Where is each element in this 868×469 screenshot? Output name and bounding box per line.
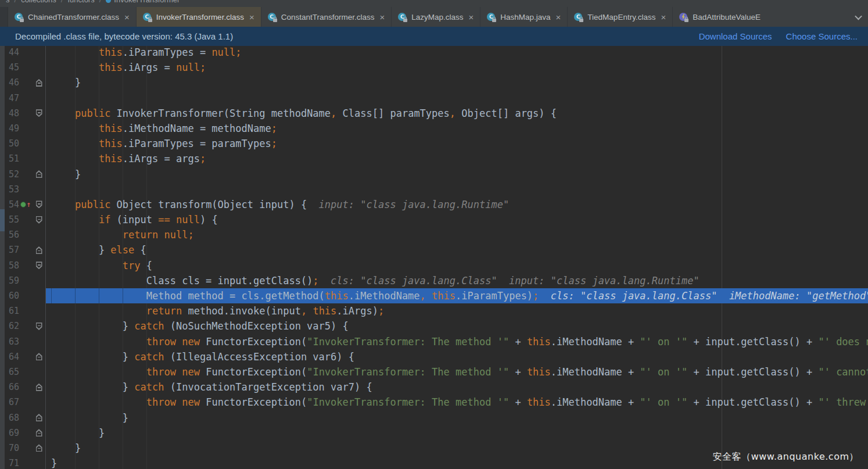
code-text[interactable]: if (input == null) { xyxy=(46,212,868,227)
fold-end-icon[interactable] xyxy=(36,246,42,254)
code-text[interactable]: this.iParamTypes = null; xyxy=(46,46,868,60)
code-line-50[interactable]: 50 this.iParamTypes = paramTypes; xyxy=(0,136,868,151)
tab-HashMap.java[interactable]: CHashMap.java× xyxy=(480,7,568,27)
token-txt: ) { xyxy=(200,214,218,225)
code-editor[interactable]: 44 this.iParamTypes = null;45 this.iArgs… xyxy=(0,46,868,469)
tab-ChainedTransformer.class[interactable]: CChainedTransformer.class× xyxy=(8,7,137,27)
code-text[interactable]: Class cls = input.getClass(); cls: "clas… xyxy=(46,273,868,288)
code-line-48[interactable]: 48 public InvokerTransformer(String meth… xyxy=(0,106,868,121)
code-line-64[interactable]: 64 } catch (IllegalAccessException var6)… xyxy=(0,349,868,364)
code-text[interactable]: } catch (IllegalAccessException var6) { xyxy=(46,349,868,364)
code-text[interactable]: this.iMethodName = methodName; xyxy=(46,121,868,136)
code-line-60[interactable]: 60 Method method = cls.getMethod(this.iM… xyxy=(0,288,868,303)
token-str: "' on '" xyxy=(640,396,687,408)
class-icon: C xyxy=(398,12,407,22)
code-line-65[interactable]: 65 throw new FunctorException("InvokerTr… xyxy=(0,364,868,380)
code-line-67[interactable]: 67 throw new FunctorException("InvokerTr… xyxy=(0,395,868,410)
code-text[interactable]: public InvokerTransformer(String methodN… xyxy=(46,106,868,121)
code-line-56[interactable]: 56 return null; xyxy=(0,227,868,242)
tab-close-icon[interactable]: × xyxy=(661,13,666,22)
breadcrumb-item[interactable]: s xyxy=(6,0,10,6)
code-line-47[interactable]: 47 xyxy=(0,91,868,106)
fold-dash xyxy=(38,387,41,388)
fold-start-icon[interactable] xyxy=(36,323,42,330)
code-line-46[interactable]: 46 } xyxy=(0,75,868,90)
fold-end-icon[interactable] xyxy=(36,384,42,391)
tab-LazyMap.class[interactable]: CLazyMap.class× xyxy=(392,7,480,27)
code-text[interactable]: } catch (InvocationTargetException var7)… xyxy=(46,380,868,395)
fold-end-icon[interactable] xyxy=(36,444,42,452)
code-text[interactable]: } catch (NoSuchMethodException var5) { xyxy=(46,318,868,334)
class-icon: C xyxy=(15,12,24,22)
code-text[interactable]: throw new FunctorException("InvokerTrans… xyxy=(46,334,868,349)
code-text[interactable]: throw new FunctorException("InvokerTrans… xyxy=(46,395,868,410)
breadcrumb-item[interactable]: collections xyxy=(21,0,56,6)
tab-close-icon[interactable]: × xyxy=(556,13,561,22)
tab-TiedMapEntry.class[interactable]: CTiedMapEntry.class× xyxy=(568,7,673,27)
code-text[interactable]: Method method = cls.getMethod(this.iMeth… xyxy=(46,288,868,303)
banner-link-choose-sources-[interactable]: Choose Sources... xyxy=(786,31,858,41)
fold-dash xyxy=(38,433,41,434)
code-text[interactable]: } else { xyxy=(46,242,868,257)
token-txt xyxy=(51,336,146,348)
fold-end-icon[interactable] xyxy=(36,170,42,178)
code-line-51[interactable]: 51 this.iArgs = args; xyxy=(0,151,868,166)
code-line-59[interactable]: 59 Class cls = input.getClass(); cls: "c… xyxy=(0,273,868,288)
override-arrow-icon[interactable]: ↑ xyxy=(27,200,31,209)
code-line-62[interactable]: 62 } catch (NoSuchMethodException var5) … xyxy=(0,318,868,334)
fold-start-icon[interactable] xyxy=(36,201,42,208)
token-txt: Object transform(Object input) { xyxy=(110,199,307,210)
code-line-45[interactable]: 45 this.iArgs = null; xyxy=(0,60,868,75)
code-text[interactable]: } xyxy=(46,410,868,425)
code-text[interactable]: this.iArgs = args; xyxy=(46,151,868,166)
left-scrollbar-thumb[interactable] xyxy=(0,209,5,231)
tab-close-icon[interactable]: × xyxy=(249,13,254,22)
fold-end-icon[interactable] xyxy=(36,353,42,360)
code-line-69[interactable]: 69 } xyxy=(0,425,868,441)
partial-tab[interactable] xyxy=(0,7,8,27)
fold-slot xyxy=(32,353,46,360)
code-line-61[interactable]: 61 return method.invoke(input, this.iArg… xyxy=(0,303,868,318)
code-line-58[interactable]: 58 try { xyxy=(0,258,868,273)
tab-BadAttributeValueE[interactable]: BadAttributeValueE xyxy=(673,7,767,27)
code-text[interactable]: throw new FunctorException("InvokerTrans… xyxy=(46,364,868,380)
tab-ConstantTransformer.class[interactable]: CConstantTransformer.class× xyxy=(261,7,392,27)
code-text[interactable]: try { xyxy=(46,258,868,273)
fold-start-icon[interactable] xyxy=(36,109,42,117)
code-line-55[interactable]: 55 if (input == null) { xyxy=(0,212,868,227)
fold-start-icon[interactable] xyxy=(36,216,42,224)
code-text[interactable]: return method.invoke(input, this.iArgs); xyxy=(46,303,868,318)
tab-overflow-button[interactable] xyxy=(848,7,868,27)
code-line-53[interactable]: 53 xyxy=(0,182,868,197)
breadcrumb-item[interactable]: functors xyxy=(67,0,94,6)
code-line-66[interactable]: 66 } catch (InvocationTargetException va… xyxy=(0,380,868,395)
tab-InvokerTransformer.class[interactable]: CInvokerTransformer.class× xyxy=(137,7,261,27)
token-kw: catch xyxy=(134,320,164,332)
code-text[interactable]: public Object transform(Object input) { … xyxy=(46,197,868,212)
code-line-52[interactable]: 52 } xyxy=(0,167,868,182)
code-text[interactable]: } xyxy=(46,167,868,182)
breadcrumb-item[interactable]: InvokerTransformer xyxy=(106,0,180,6)
code-line-68[interactable]: 68 } xyxy=(0,410,868,425)
tab-close-icon[interactable]: × xyxy=(124,13,130,22)
tab-close-icon[interactable]: × xyxy=(379,13,385,22)
code-text[interactable]: } xyxy=(46,425,868,441)
overrides-method-icon[interactable] xyxy=(20,202,26,207)
fold-end-icon[interactable] xyxy=(36,414,42,421)
code-text[interactable]: return null; xyxy=(46,227,868,242)
code-text[interactable]: } xyxy=(46,75,868,90)
code-line-49[interactable]: 49 this.iMethodName = methodName; xyxy=(0,121,868,136)
token-txt xyxy=(176,396,182,408)
code-text[interactable]: this.iArgs = null; xyxy=(46,60,868,75)
token-txt: } xyxy=(51,320,134,332)
tab-close-icon[interactable]: × xyxy=(469,13,474,22)
fold-start-icon[interactable] xyxy=(36,262,42,269)
banner-link-download-sources[interactable]: Download Sources xyxy=(699,31,772,41)
code-line-63[interactable]: 63 throw new FunctorException("InvokerTr… xyxy=(0,334,868,349)
code-line-54[interactable]: 54↑ public Object transform(Object input… xyxy=(0,197,868,212)
code-line-57[interactable]: 57 } else { xyxy=(0,242,868,257)
code-line-44[interactable]: 44 this.iParamTypes = null; xyxy=(0,46,868,60)
fold-end-icon[interactable] xyxy=(36,429,42,436)
code-text[interactable]: this.iParamTypes = paramTypes; xyxy=(46,136,868,151)
fold-end-icon[interactable] xyxy=(36,79,42,87)
